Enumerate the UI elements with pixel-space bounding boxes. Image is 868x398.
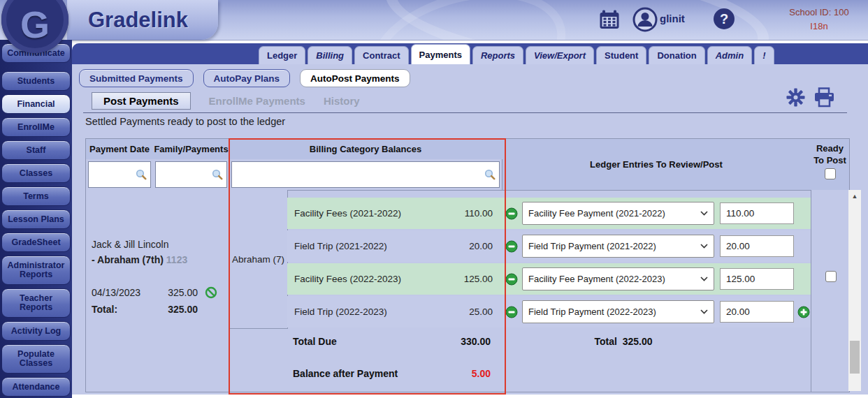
ledger-entry-value: Field Trip Payment (2022-2023) [528, 307, 656, 317]
ledger-entry-select[interactable]: Field Trip Payment (2021-2022) [522, 235, 714, 258]
tab-student[interactable]: Student [596, 46, 646, 64]
tab-donation[interactable]: Donation [649, 46, 704, 64]
tab-payments[interactable]: Payments [411, 44, 470, 64]
sidebar-item-activity-log[interactable]: Activity Log [1, 321, 71, 341]
autopost-payments-button[interactable]: AutoPost Payments [300, 69, 410, 87]
ledger-row-facility-fees-2021: Facility Fee Payment (2021-2022) [502, 198, 811, 229]
sidebar-item-gradesheet[interactable]: GradeSheet [1, 233, 71, 252]
chevron-down-icon [700, 211, 708, 216]
sidebar-item-teacher-reports[interactable]: Teacher Reports [1, 288, 71, 318]
payments-total-line: Total: 325.00 [92, 304, 224, 315]
scroll-up-arrow[interactable]: ▲ [848, 190, 861, 202]
category-name: Field Trip (2022-2023) [287, 307, 387, 317]
billing-row-field-trip-2021: Field Trip (2021-2022) 20.00 [287, 230, 502, 262]
ledger-total-cell: Total 325.00 [502, 329, 811, 390]
remove-entry-icon[interactable] [505, 306, 518, 318]
sidebar-item-populate-classes[interactable]: Populate Classes [1, 344, 71, 374]
filter-cell-billing-category [229, 159, 502, 191]
total-due-label: Total Due [293, 336, 337, 347]
tab-view-export[interactable]: View/Export [526, 46, 594, 64]
tab-billing[interactable]: Billing [308, 46, 352, 64]
tab-post-payments[interactable]: Post Payments [92, 92, 191, 110]
category-name: Facility Fees (2021-2022) [287, 208, 401, 219]
help-icon[interactable]: ? [712, 7, 736, 34]
remove-entry-icon[interactable] [505, 240, 518, 253]
calendar-icon[interactable] [599, 10, 620, 33]
ledger-entry-select[interactable]: Facility Fee Payment (2021-2022) [522, 202, 714, 225]
sidebar-item-terms[interactable]: Terms [1, 186, 71, 206]
ledger-amount-input[interactable] [720, 235, 794, 257]
tab-admin[interactable]: Admin [707, 46, 752, 64]
ledger-entry-value: Field Trip Payment (2021-2022) [528, 241, 656, 251]
chevron-down-icon [700, 309, 708, 314]
student-number: 1123 [166, 254, 187, 265]
void-payment-icon[interactable] [205, 286, 217, 301]
tab-ledger[interactable]: Ledger [259, 46, 305, 64]
sidebar-item-staff[interactable]: Staff [1, 140, 71, 160]
table-scrollbar[interactable]: ▲ [848, 190, 861, 391]
column-header-payment-date[interactable]: Payment Date [86, 139, 154, 160]
billing-category-filter-input[interactable] [232, 162, 499, 187]
column-header-ledger-entries[interactable]: Ledger Entries To Review/Post [502, 139, 811, 191]
submitted-payments-button[interactable]: Submitted Payments [79, 69, 194, 87]
payments-total-label: Total: [92, 304, 117, 315]
tab-contract[interactable]: Contract [354, 46, 408, 64]
ledger-amount-input[interactable] [720, 268, 794, 290]
ready-label-line1: Ready [816, 143, 844, 154]
category-balance: 20.00 [469, 241, 502, 251]
i18n-link[interactable]: I18n [776, 20, 862, 34]
ledger-entry-value: Facility Fee Payment (2021-2022) [528, 208, 665, 219]
remove-entry-icon[interactable] [505, 273, 518, 286]
add-entry-icon[interactable] [797, 306, 810, 318]
column-header-ready-to-post: Ready To Post [811, 139, 849, 191]
tab-history[interactable]: History [324, 95, 360, 107]
user-avatar-icon[interactable] [632, 6, 658, 36]
autopay-plans-button[interactable]: AutoPay Plans [203, 69, 291, 87]
sidebar-nav: Communicate Students Financial EnrollMe … [0, 40, 72, 398]
ledger-entry-value: Facility Fee Payment (2022-2023) [528, 274, 665, 284]
ready-to-post-checkbox[interactable] [825, 271, 837, 282]
student-name-line: - Abraham (7th) 1123 [92, 254, 187, 265]
ledger-amount-input[interactable] [720, 301, 794, 323]
brand-wordmark: Gradelink [88, 8, 188, 33]
search-icon [136, 169, 147, 180]
ledger-entry-select[interactable]: Field Trip Payment (2022-2023) [522, 300, 714, 323]
sidebar-item-classes[interactable]: Classes [1, 163, 71, 183]
category-balance: 25.00 [469, 307, 502, 317]
search-icon [484, 169, 496, 180]
category-name: Facility Fees (2022-2023) [287, 274, 401, 284]
tab-enrollme-payments[interactable]: EnrollMe Payments [209, 95, 305, 107]
settled-payments-note: Settled Payments ready to post to the le… [85, 116, 285, 127]
select-all-checkbox[interactable] [825, 168, 836, 179]
ready-label-line2: To Post [813, 155, 846, 165]
ledger-total-value: 325.00 [623, 336, 653, 347]
tab-alert[interactable]: ! [754, 46, 774, 64]
autopost-section-tabs: Post Payments EnrollMe Payments History [92, 91, 360, 110]
column-header-family-payments[interactable]: Family/Payments [153, 139, 230, 160]
post-payments-table: Payment Date Family/Payments Billing Cat… [85, 138, 850, 392]
billing-row-field-trip-2022: Field Trip (2022-2023) 25.00 [287, 296, 502, 327]
filter-cell-family [153, 159, 230, 191]
sidebar-item-enrollme[interactable]: EnrollMe [1, 117, 71, 137]
sidebar-item-administrator-reports[interactable]: Administrator Reports [1, 256, 71, 285]
sidebar-item-lesson-plans[interactable]: Lesson Plans [1, 209, 71, 229]
username-label[interactable]: glinit [660, 13, 685, 24]
family-payments-cell: Jack & Jill Lincoln - Abraham (7th) 1123… [86, 190, 230, 392]
print-icon[interactable] [813, 87, 835, 110]
ledger-total-label: Total [594, 336, 616, 347]
billing-row-facility-fees-2022: Facility Fees (2022-2023) 125.00 [287, 263, 502, 295]
logo-letter: G [20, 3, 50, 46]
ledger-amount-input[interactable] [720, 202, 794, 224]
settings-gear-icon[interactable] [786, 88, 805, 110]
tab-reports[interactable]: Reports [472, 46, 523, 64]
sidebar-item-financial[interactable]: Financial [1, 94, 71, 114]
sidebar-item-students[interactable]: Students [1, 71, 71, 91]
column-header-billing-category-balances[interactable]: Billing Category Balances [229, 139, 502, 160]
ledger-entry-select[interactable]: Facility Fee Payment (2022-2023) [522, 267, 714, 290]
svg-text:?: ? [720, 11, 728, 27]
total-due-value: 330.00 [461, 336, 491, 347]
scrollbar-thumb[interactable] [850, 341, 860, 374]
school-id-block: School ID: 100 I18n [776, 6, 862, 34]
remove-entry-icon[interactable] [505, 207, 518, 220]
sidebar-item-attendance[interactable]: Attendance [1, 377, 71, 397]
